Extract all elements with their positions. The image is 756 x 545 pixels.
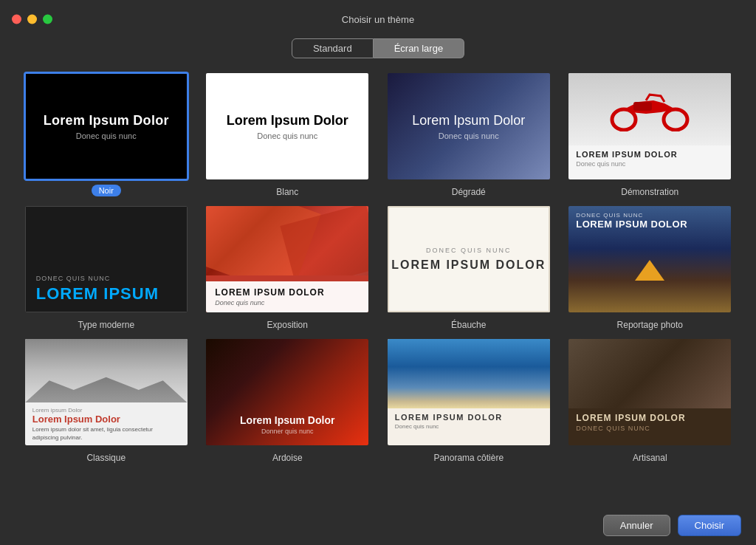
expo-sub: Donec quis nunc	[215, 299, 360, 306]
cancel-button[interactable]: Annuler	[603, 515, 670, 536]
moto-icon	[605, 87, 694, 131]
demo-title: LOREM IPSUM DOLOR	[576, 150, 724, 159]
maximize-button[interactable]	[43, 15, 52, 24]
panorama-label: Panorama côtière	[433, 453, 504, 463]
blanc-sub: Donec quis nunc	[257, 131, 317, 140]
ardoise-title: Lorem Ipsum Dolor	[206, 414, 368, 426]
theme-thumb-ardoise[interactable]: Lorem Ipsum Dolor Donner quis nunc	[205, 337, 370, 447]
view-mode-control: Standard Écran large	[0, 38, 756, 58]
traffic-lights	[12, 15, 52, 24]
choose-button[interactable]: Choisir	[678, 515, 741, 536]
type-moderne-label: Type moderne	[78, 320, 134, 330]
noir-sub: Donec quis nunc	[76, 131, 137, 140]
blanc-title: Lorem Ipsum Dolor	[227, 113, 348, 128]
svg-point-1	[664, 109, 687, 130]
reportage-sub: DONEC QUIS NUNC	[576, 212, 687, 219]
classique-label: Classique	[86, 453, 126, 463]
classique-body: Lorem ipsum dolor sit amet, ligula conse…	[32, 426, 180, 442]
theme-item-exposition[interactable]: LOREM IPSUM DOLOR Donec quis nunc Exposi…	[204, 205, 372, 330]
demonstration-label: Démonstration	[621, 187, 678, 197]
classique-sub: Lorem ipsum Dolor	[32, 407, 180, 414]
theme-thumb-reportage-photo[interactable]: DONEC QUIS NUNC LOREM IPSUM DOLOR	[567, 205, 732, 314]
theme-thumb-artisanal[interactable]: LOREM IPSUM DOLOR DONEC QUIS NUNC	[567, 337, 732, 447]
moderne-sub: DONEC QUIS NUNC	[36, 275, 176, 282]
artisanal-label: Artisanal	[633, 453, 667, 463]
theme-item-noir[interactable]: Lorem Ipsum Dolor Donec quis nunc Noir	[22, 72, 190, 197]
ebauche-label: Ébauche	[451, 320, 486, 330]
reportage-photo-label: Reportage photo	[617, 320, 683, 330]
theme-item-artisanal[interactable]: LOREM IPSUM DOLOR DONEC QUIS NUNC Artisa…	[566, 337, 735, 463]
theme-item-classique[interactable]: Lorem ipsum Dolor Lorem Ipsum Dolor Lore…	[22, 337, 190, 463]
theme-item-ebauche[interactable]: DONEC QUIS NUNC LOREM IPSUM DOLOR Ébauch…	[385, 205, 553, 330]
theme-thumb-noir[interactable]: Lorem Ipsum Dolor Donec quis nunc	[24, 72, 189, 181]
theme-thumb-demonstration[interactable]: LOREM IPSUM DOLOR Donec quis nunc	[567, 72, 732, 181]
theme-thumb-ebauche[interactable]: DONEC QUIS NUNC LOREM IPSUM DOLOR	[386, 205, 551, 314]
blanc-label: Blanc	[276, 187, 298, 197]
theme-thumb-blanc[interactable]: Lorem Ipsum Dolor Donec quis nunc	[205, 72, 370, 181]
theme-thumb-classique[interactable]: Lorem ipsum Dolor Lorem Ipsum Dolor Lore…	[24, 337, 189, 447]
panorama-title: LOREM IPSUM DOLOR	[395, 413, 543, 422]
panorama-sub: Donec quis nunc	[395, 423, 543, 430]
classique-title: Lorem Ipsum Dolor	[32, 414, 180, 425]
minimize-button[interactable]	[27, 15, 37, 24]
theme-item-reportage-photo[interactable]: DONEC QUIS NUNC LOREM IPSUM DOLOR Report…	[566, 205, 735, 330]
theme-item-degrade[interactable]: Lorem Ipsum Dolor Donec quis nunc Dégrad…	[385, 72, 553, 197]
theme-item-blanc[interactable]: Lorem Ipsum Dolor Donec quis nunc Blanc	[204, 72, 372, 197]
close-button[interactable]	[12, 15, 21, 24]
theme-item-ardoise[interactable]: Lorem Ipsum Dolor Donner quis nunc Ardoi…	[204, 337, 372, 463]
reportage-title: LOREM IPSUM DOLOR	[576, 219, 687, 230]
artisanal-sub: DONEC QUIS NUNC	[576, 425, 724, 432]
svg-rect-2	[633, 102, 652, 111]
theme-thumb-degrade[interactable]: Lorem Ipsum Dolor Donec quis nunc	[386, 72, 551, 181]
widescreen-tab[interactable]: Écran large	[374, 38, 464, 58]
demo-sub: Donec quis nunc	[576, 160, 724, 168]
expo-title: LOREM IPSUM DOLOR	[215, 287, 360, 298]
moderne-title: LOREM IPSUM	[36, 285, 176, 303]
svg-point-0	[612, 109, 636, 130]
window-title: Choisir un thème	[342, 14, 414, 25]
theme-item-type-moderne[interactable]: DONEC QUIS NUNC LOREM IPSUM Type moderne	[22, 205, 190, 330]
noir-badge: Noir	[92, 185, 121, 196]
noir-title: Lorem Ipsum Dolor	[44, 113, 169, 128]
ebauche-sub: DONEC QUIS NUNC	[426, 247, 512, 254]
ardoise-label: Ardoise	[272, 453, 303, 463]
theme-grid: Lorem Ipsum Dolor Donec quis nunc Noir L…	[15, 72, 741, 463]
degrade-title: Lorem Ipsum Dolor	[412, 113, 525, 128]
exposition-label: Exposition	[267, 320, 308, 330]
bottom-bar: Annuler Choisir	[0, 505, 756, 545]
ebauche-title: LOREM IPSUM DOLOR	[391, 258, 546, 272]
titlebar: Choisir un thème	[0, 0, 756, 38]
theme-grid-container: Lorem Ipsum Dolor Donec quis nunc Noir L…	[0, 72, 756, 463]
degrade-label: Dégradé	[452, 187, 486, 197]
artisanal-title: LOREM IPSUM DOLOR	[576, 413, 724, 423]
theme-thumb-type-moderne[interactable]: DONEC QUIS NUNC LOREM IPSUM	[24, 205, 189, 314]
theme-item-panorama[interactable]: LOREM IPSUM DOLOR Donec quis nunc Panora…	[385, 337, 553, 463]
ardoise-sub: Donner quis nunc	[206, 428, 368, 435]
theme-item-demonstration[interactable]: LOREM IPSUM DOLOR Donec quis nunc Démons…	[566, 72, 735, 197]
theme-thumb-exposition[interactable]: LOREM IPSUM DOLOR Donec quis nunc	[205, 205, 370, 314]
standard-tab[interactable]: Standard	[292, 38, 374, 58]
degrade-sub: Donec quis nunc	[439, 131, 499, 140]
theme-thumb-panorama[interactable]: LOREM IPSUM DOLOR Donec quis nunc	[386, 337, 551, 447]
